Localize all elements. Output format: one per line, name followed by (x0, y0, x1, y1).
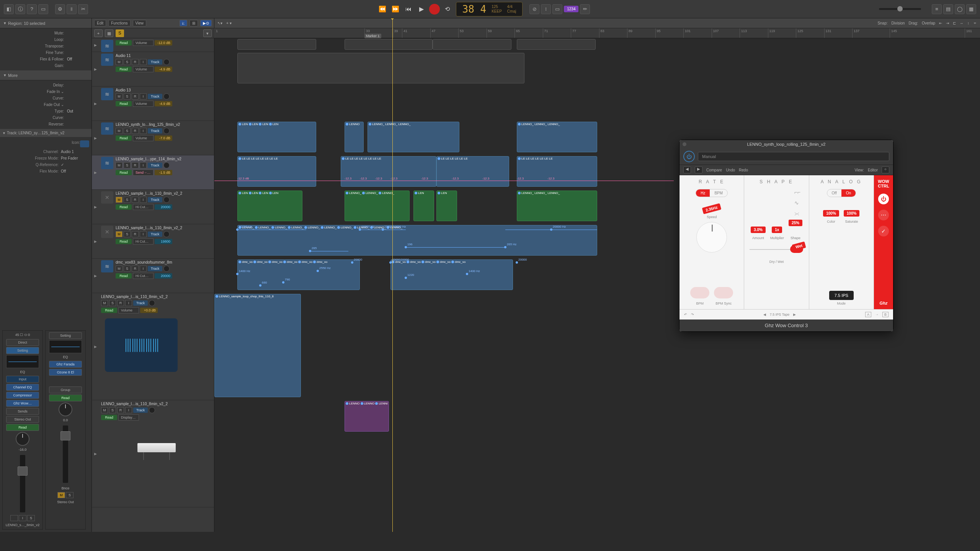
keyboard-icon[interactable] (136, 425, 178, 460)
smart-icon[interactable]: ▭ (38, 4, 48, 14)
audio-region[interactable]: LE LE LE LE LE LE (436, 156, 509, 187)
mixer-icon[interactable]: ⫴ (67, 4, 77, 14)
mute-button[interactable]: M (116, 59, 122, 65)
output-button[interactable]: Stereo Out (6, 416, 39, 423)
mute-button[interactable]: M (116, 128, 122, 134)
disclosure-icon[interactable]: ▶ (94, 43, 99, 47)
setting-button[interactable]: Setting (49, 332, 82, 339)
input-button[interactable]: I (140, 197, 147, 203)
mute-button[interactable]: M (101, 300, 108, 306)
solo-icon[interactable]: ▭ (552, 4, 562, 14)
mute-button[interactable]: M (116, 93, 122, 99)
track-name-label[interactable]: Audio 13 (116, 88, 212, 92)
solo-button[interactable]: S (124, 197, 131, 203)
mute-button[interactable]: M (101, 407, 108, 413)
track-header[interactable]: ▶ ≋ dmc_vox83_soundofsummer_8m MSRI Trac… (92, 259, 214, 293)
region-param-row[interactable]: Delay: (0, 82, 91, 88)
rec-button[interactable]: R (132, 93, 139, 99)
region-param-row[interactable]: Loop: (0, 36, 91, 43)
input-button[interactable]: Input (6, 376, 39, 383)
view-menu[interactable]: View (133, 20, 147, 26)
audio-region[interactable]: LENLENLENLEN (237, 122, 316, 152)
hz-option[interactable]: Hz (696, 189, 710, 197)
rec-button[interactable]: R (117, 407, 124, 413)
plugin-window[interactable]: LENNO_synth_loop_rolling_125_8min_v2 ⏻ M… (679, 140, 893, 332)
audio-region[interactable]: LENNO (345, 122, 364, 152)
track-param-row[interactable]: Channel:Audio 1 (0, 148, 91, 155)
automation-value[interactable]: 20000 (155, 204, 172, 210)
input-button[interactable]: I (125, 407, 132, 413)
edit-menu[interactable]: Edit (94, 20, 106, 26)
link-button[interactable]: 1234 (564, 6, 578, 12)
automation-value[interactable]: -4.9 dB (155, 101, 172, 106)
track-header[interactable]: ▶ ✕ LENNO_sample_l…is_110_8min_v2_2 MSRI… (92, 224, 214, 259)
input-button[interactable]: I (140, 162, 147, 168)
automation-mode-button[interactable]: Read (116, 273, 132, 279)
region-param-row[interactable]: Gain: (0, 62, 91, 69)
zoom-v-icon[interactable]: ↕ (967, 21, 969, 25)
track-pan-knob[interactable] (163, 162, 170, 168)
automation-mode-button[interactable]: Read (101, 415, 117, 420)
region-param-row[interactable]: Type:Out (0, 108, 91, 114)
functions-menu[interactable]: Functions (108, 20, 130, 26)
rate-mode-toggle[interactable]: Hz BPM (696, 189, 728, 197)
audio-region[interactable]: dmc_vodmc_vodmc_vodmc_vodmc_vodmc_vo (237, 259, 360, 290)
audio-region[interactable]: LENNO_sample_loop_chop_this_110_8 (214, 294, 301, 397)
group-button[interactable]: Group (49, 386, 82, 393)
track-name-label[interactable]: Audio 11 (116, 54, 212, 58)
region-param-row[interactable]: Reverse: (0, 121, 91, 127)
automation-param-menu[interactable]: Volume (133, 101, 154, 107)
waveform-zoom-icon[interactable]: ⫧ (973, 21, 977, 25)
audio-region[interactable]: LE LE LE LE LE LE LE (517, 156, 597, 187)
automation-value[interactable]: -7.0 dB (155, 135, 172, 141)
automation-node[interactable] (317, 270, 319, 272)
automation-mode-button[interactable]: Read (116, 101, 132, 106)
automation-mode-button[interactable]: Read (116, 170, 132, 175)
track-type-icon[interactable]: ≋ (101, 122, 113, 135)
eq-thumbnail[interactable] (6, 355, 39, 368)
track-type-icon[interactable]: ≋ (101, 40, 113, 52)
m-button[interactable]: M (57, 492, 65, 498)
redo-icon[interactable]: ↷ (691, 313, 694, 316)
drag-menu[interactable]: Overlap (922, 21, 935, 25)
disclosure-icon[interactable]: ▶ (94, 240, 99, 243)
timeline-ruler[interactable]: Marker 1 1333941475359657177838995101107… (214, 28, 980, 38)
mult-value[interactable]: 1x (772, 227, 782, 233)
automation-node[interactable] (282, 281, 284, 284)
track-name-label[interactable]: LENNO_synth_lo…ling_125_8min_v2 (116, 122, 212, 127)
audio-region[interactable] (237, 39, 316, 50)
mute-button[interactable]: M (116, 266, 122, 272)
region-param-row[interactable]: Curve: (0, 114, 91, 121)
rewind-button[interactable]: ⏪ (377, 4, 388, 15)
track-pan-knob[interactable] (163, 266, 170, 272)
prev-preset-button[interactable]: ◀ (683, 166, 691, 173)
toolbar-icon[interactable]: ? (27, 4, 37, 14)
track-type-icon[interactable]: ✕ (101, 191, 113, 204)
disclosure-icon[interactable]: ▶ (94, 205, 99, 209)
ab-b-button[interactable]: B (882, 312, 889, 317)
track-header[interactable]: ▶ ≋ Audio 13 MSRI Track Read Volume -4.9… (92, 86, 214, 121)
track-header[interactable]: ▶ ≋ Audio 11 MSRI Track Read Volume -4.9… (92, 52, 214, 86)
track-pan-knob[interactable] (163, 128, 170, 134)
automation-node[interactable] (550, 228, 552, 231)
automation-param-menu[interactable]: Hi Cut… (133, 204, 154, 210)
disclosure-icon[interactable]: ▶ (94, 136, 99, 140)
insert-1[interactable]: Ghz Farada (49, 361, 82, 368)
preset-menu[interactable]: Manual (698, 152, 889, 161)
input-button[interactable]: I (125, 300, 132, 306)
flex-icon[interactable]: ⊞ (189, 20, 198, 26)
eq-thumbnail[interactable] (49, 340, 82, 353)
audio-region[interactable]: LENNO_ LENNO_ LENNO_ (517, 122, 597, 152)
read-button[interactable]: Read (6, 424, 39, 431)
track-header[interactable]: ▶ ≋ LENNO_sample_l…ype_114_8min_v2 MSRI … (92, 155, 214, 190)
track-automation-menu[interactable]: Track (148, 231, 162, 237)
insert-3[interactable]: Ghz Wow… (6, 400, 39, 407)
sidebar-menu-icon[interactable]: ⋯ (878, 210, 889, 220)
speed-value[interactable]: 2.35Hz (702, 203, 721, 214)
track-header[interactable]: ▶ LENNO_sample_l…is_110_8min_v2_2 MSRI T… (92, 400, 214, 507)
rand-wave-icon[interactable]: ⩙ (794, 210, 802, 216)
region-param-row[interactable]: Flex & Follow:Off (0, 56, 91, 62)
automation-node[interactable] (382, 228, 384, 231)
automation-mode-button[interactable]: Read (116, 40, 132, 46)
pan-knob[interactable] (16, 432, 29, 446)
